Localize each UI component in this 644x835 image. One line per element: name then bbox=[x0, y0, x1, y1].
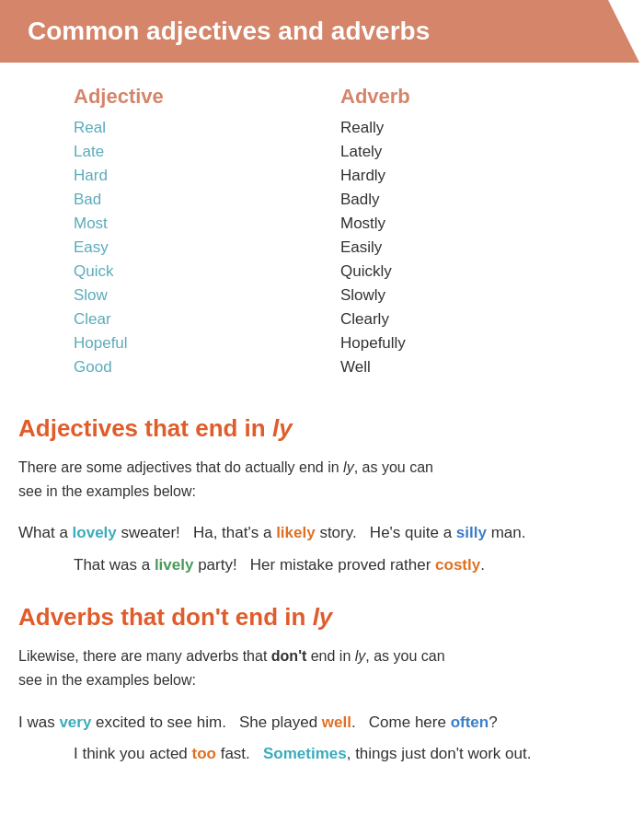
table-row: LateLately bbox=[55, 140, 589, 164]
adjective-cell: Bad bbox=[55, 188, 322, 212]
adjective-cell: Hard bbox=[55, 164, 322, 188]
adjective-cell: Most bbox=[55, 212, 322, 236]
adjective-cell: Clear bbox=[55, 307, 322, 331]
adjective-cell: Quick bbox=[55, 260, 322, 284]
adverb-cell: Badly bbox=[322, 188, 589, 212]
table-row: RealReally bbox=[55, 116, 589, 140]
adverb-cell: Lately bbox=[322, 140, 589, 164]
table-row: GoodWell bbox=[55, 355, 589, 379]
adverb-cell: Mostly bbox=[322, 212, 589, 236]
section2-examples: I was very excited to see him. She playe… bbox=[0, 702, 644, 776]
adjective-cell: Late bbox=[55, 140, 322, 164]
header-banner: Common adjectives and adverbs bbox=[0, 0, 644, 63]
section2: Adverbs that don't end in ly Likewise, t… bbox=[0, 586, 644, 775]
word-sometimes: Sometimes bbox=[263, 745, 347, 762]
word-lively: lively bbox=[155, 556, 194, 574]
adjective-adverb-table: Adjective Adverb RealReallyLateLatelyHar… bbox=[55, 81, 589, 379]
page-title: Common adjectives and adverbs bbox=[28, 17, 616, 46]
adjective-cell: Slow bbox=[55, 284, 322, 307]
adverb-cell: Hardly bbox=[322, 164, 589, 188]
section1: Adjectives that end in ly There are some… bbox=[0, 398, 644, 586]
example-line-3: I was very excited to see him. She playe… bbox=[18, 709, 626, 737]
table-section: Adjective Adverb RealReallyLateLatelyHar… bbox=[0, 72, 644, 398]
adjective-cell: Easy bbox=[55, 236, 322, 260]
word-often: often bbox=[451, 713, 489, 731]
section2-heading: Adverbs that don't end in ly bbox=[0, 586, 644, 639]
adverb-cell: Really bbox=[322, 116, 589, 140]
table-row: EasyEasily bbox=[55, 236, 589, 260]
table-row: ClearClearly bbox=[55, 307, 589, 331]
adjective-cell: Real bbox=[55, 116, 322, 140]
word-costly: costly bbox=[435, 556, 480, 574]
adjective-cell: Hopeful bbox=[55, 331, 322, 355]
table-row: HopefulHopefully bbox=[55, 331, 589, 355]
col-adverb-header: Adverb bbox=[322, 81, 589, 116]
adverb-cell: Easily bbox=[322, 236, 589, 260]
example-line-2: That was a lively party! Her mistake pro… bbox=[18, 551, 626, 580]
table-row: SlowSlowly bbox=[55, 284, 589, 307]
adjective-cell: Good bbox=[55, 355, 322, 379]
word-too: too bbox=[192, 745, 216, 762]
table-row: BadBadly bbox=[55, 188, 589, 212]
section1-examples: What a lovely sweater! Ha, that's a like… bbox=[0, 512, 644, 586]
section2-body: Likewise, there are many adverbs that do… bbox=[0, 639, 644, 701]
word-silly: silly bbox=[456, 524, 487, 541]
table-row: QuickQuickly bbox=[55, 260, 589, 284]
example-line-4: I think you acted too fast. Sometimes, t… bbox=[18, 740, 626, 769]
word-well: well bbox=[322, 713, 351, 731]
adverb-cell: Quickly bbox=[322, 260, 589, 284]
section1-heading: Adjectives that end in ly bbox=[0, 398, 644, 450]
adverb-cell: Slowly bbox=[322, 284, 589, 307]
table-row: MostMostly bbox=[55, 212, 589, 236]
section1-body: There are some adjectives that do actual… bbox=[0, 450, 644, 512]
word-very: very bbox=[59, 713, 91, 731]
adverb-cell: Well bbox=[322, 355, 589, 379]
table-row: HardHardly bbox=[55, 164, 589, 188]
word-likely: likely bbox=[276, 524, 316, 541]
adverb-cell: Clearly bbox=[322, 307, 589, 331]
adverb-cell: Hopefully bbox=[322, 331, 589, 355]
example-line-1: What a lovely sweater! Ha, that's a like… bbox=[18, 519, 626, 548]
col-adjective-header: Adjective bbox=[55, 81, 322, 116]
word-lovely: lovely bbox=[73, 524, 117, 541]
